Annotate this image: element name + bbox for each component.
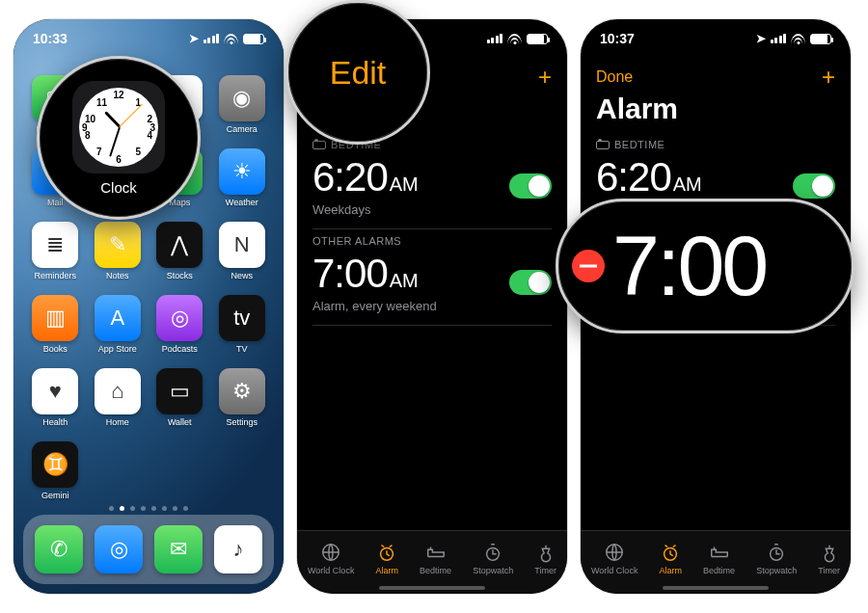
tab-timer[interactable]: Timer	[818, 542, 840, 575]
location-icon: ➤	[189, 32, 199, 45]
app-notes[interactable]: ✎Notes	[90, 222, 147, 289]
battery-icon	[527, 34, 548, 44]
app-label: Reminders	[34, 271, 76, 280]
app-label: Stocks	[167, 271, 193, 280]
tab-bar: World ClockAlarmBedtimeStopwatchTimer	[581, 530, 851, 594]
page-indicator[interactable]	[14, 506, 284, 511]
app-reminders[interactable]: ≣Reminders	[27, 222, 84, 289]
tab-bar: World ClockAlarmBedtimeStopwatchTimer	[297, 530, 567, 594]
home-indicator[interactable]	[379, 586, 485, 590]
app-label: TV	[236, 344, 248, 354]
app-label: Books	[43, 344, 68, 354]
cell-signal-icon	[771, 34, 787, 43]
app-label: App Store	[98, 344, 137, 354]
dock-app-phone[interactable]: ✆	[35, 525, 83, 573]
bedtime-toggle[interactable]	[793, 173, 835, 199]
app-news[interactable]: NNews	[214, 222, 271, 289]
dock-app-messages[interactable]: ✉	[154, 525, 203, 573]
app-icon: ▭	[156, 368, 203, 414]
dock: ✆◎✉♪	[23, 515, 274, 584]
cell-signal-icon	[487, 34, 503, 43]
tab-timer[interactable]: Timer	[534, 542, 556, 575]
clock-face-icon: 12 1 2 3 4 5 6 7 8 9 10 11	[79, 88, 158, 167]
clock-app-label: Clock	[100, 179, 137, 196]
status-bar: 10:37 ➤	[581, 19, 851, 58]
app-gemini[interactable]: ♊Gemini	[27, 441, 84, 509]
callout-delete-alarm: 7:00	[556, 199, 854, 333]
app-stocks[interactable]: ⋀Stocks	[151, 222, 208, 289]
dock-app-music[interactable]: ♪	[214, 525, 262, 573]
app-icon: ✎	[95, 222, 141, 268]
app-label: Mail	[47, 198, 64, 207]
app-tv[interactable]: tvTV	[214, 295, 271, 362]
add-alarm-button[interactable]: +	[538, 64, 552, 91]
add-alarm-button[interactable]: +	[822, 64, 835, 91]
app-home[interactable]: ⌂Home	[90, 368, 147, 436]
app-label: Settings	[226, 417, 258, 427]
section-other-label: OTHER ALARMS	[312, 235, 401, 247]
app-icon: ◉	[219, 75, 265, 121]
app-label: News	[231, 271, 253, 280]
home-indicator[interactable]	[663, 586, 769, 590]
app-icon: tv	[219, 295, 265, 341]
app-wallet[interactable]: ▭Wallet	[151, 368, 208, 436]
app-weather[interactable]: ☀Weather	[214, 148, 271, 216]
status-time: 10:33	[33, 31, 68, 46]
app-label: Home	[106, 417, 129, 427]
app-podcasts[interactable]: ◎Podcasts	[151, 295, 208, 362]
other-alarm-toggle[interactable]	[509, 270, 552, 295]
alarm-time-large: 7:00	[612, 224, 766, 308]
tab-bedtime[interactable]: Bedtime	[420, 542, 451, 575]
tab-bedtime[interactable]: Bedtime	[703, 542, 735, 575]
tab-alarm[interactable]: Alarm	[375, 542, 398, 575]
tab-stopwatch[interactable]: Stopwatch	[756, 542, 797, 575]
app-icon: ▥	[32, 295, 78, 341]
app-icon: ♊	[32, 441, 78, 488]
status-bar: 10:33 ➤	[14, 19, 284, 58]
minute-hand	[109, 126, 121, 156]
bed-icon	[596, 141, 610, 149]
delete-alarm-button[interactable]	[572, 250, 605, 282]
app-icon: ⚙	[219, 368, 265, 414]
callout-clock-app: 12 1 2 3 4 5 6 7 8 9 10 11 Clock	[37, 56, 201, 220]
bed-icon	[312, 141, 326, 149]
page-title: Alarm	[596, 93, 678, 125]
app-settings[interactable]: ⚙Settings	[214, 368, 271, 436]
dock-app-safari[interactable]: ◎	[95, 525, 143, 573]
app-health[interactable]: ♥Health	[27, 368, 84, 436]
tab-world-clock[interactable]: World Clock	[591, 542, 637, 575]
bedtime-toggle[interactable]	[509, 173, 552, 199]
wifi-icon	[224, 34, 238, 44]
app-label: Camera	[227, 124, 258, 134]
section-bedtime-label: BEDTIME	[596, 139, 665, 150]
tab-alarm[interactable]: Alarm	[659, 542, 682, 575]
done-button[interactable]: Done	[596, 68, 633, 86]
clock-app-icon[interactable]: 12 1 2 3 4 5 6 7 8 9 10 11	[72, 81, 165, 173]
app-books[interactable]: ▥Books	[27, 295, 84, 362]
tab-world-clock[interactable]: World Clock	[308, 542, 354, 575]
edit-label[interactable]: Edit	[330, 54, 387, 92]
location-icon: ➤	[756, 32, 766, 45]
app-icon: ◎	[156, 295, 203, 341]
other-alarm-row[interactable]: 7:00AM Alarm, every weekend	[312, 251, 552, 326]
app-icon: N	[219, 222, 265, 268]
status-time: 10:37	[600, 31, 635, 46]
app-label: Podcasts	[162, 344, 198, 354]
app-app-store[interactable]: AApp Store	[90, 295, 147, 362]
wifi-icon	[791, 34, 805, 44]
app-icon: ☀	[219, 148, 265, 195]
wifi-icon	[507, 34, 522, 44]
app-label: Gemini	[41, 491, 69, 500]
tab-stopwatch[interactable]: Stopwatch	[473, 542, 513, 575]
app-icon: ♥	[32, 368, 78, 414]
app-label: Health	[42, 417, 68, 427]
app-icon: ⋀	[156, 222, 203, 268]
battery-icon	[243, 34, 264, 44]
callout-edit-button: Edit	[285, 0, 430, 145]
app-label: Notes	[106, 271, 129, 280]
app-icon: A	[95, 295, 141, 341]
bedtime-alarm-row[interactable]: 6:20AM Weekdays	[312, 154, 552, 229]
app-camera[interactable]: ◉Camera	[214, 75, 271, 143]
battery-icon	[810, 34, 831, 44]
app-label: Weather	[226, 198, 258, 207]
